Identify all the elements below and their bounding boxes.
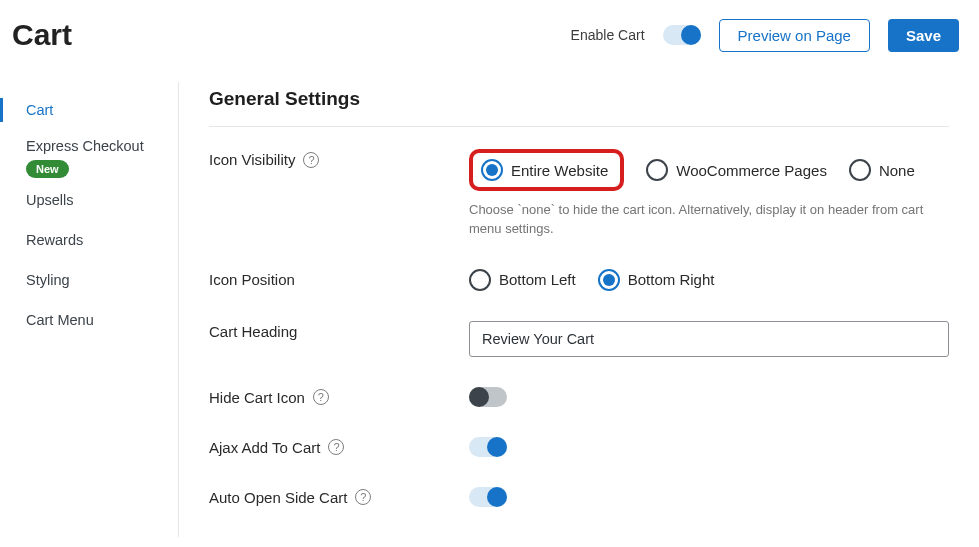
cart-heading-input[interactable] [469,321,949,357]
sidebar-item-styling[interactable]: Styling [0,260,178,300]
sidebar-item-label: Express Checkout [26,138,178,154]
toggle-knob [469,387,489,407]
page-title: Cart [12,18,72,52]
label-text: Hide Cart Icon [209,389,305,406]
field-label: Cart Heading [209,321,469,340]
sidebar-item-label: Upsells [26,192,74,208]
sidebar-item-express-checkout[interactable]: Express Checkout New [0,130,178,180]
sidebar-item-label: Styling [26,272,70,288]
sidebar-item-cart[interactable]: Cart [0,90,178,130]
radio-circle-icon [469,269,491,291]
icon-visibility-radio-group: Entire Website WooCommerce Pages None [469,149,949,191]
toggle-knob [487,437,507,457]
label-text: Auto Open Side Cart [209,489,347,506]
field-label: Hide Cart Icon ? [209,387,469,406]
field-cart-heading: Cart Heading [209,291,949,357]
sidebar-item-label: Rewards [26,232,83,248]
radio-entire-website[interactable]: Entire Website [481,159,608,181]
radio-label: Bottom Right [628,271,715,288]
label-text: Icon Visibility [209,151,295,168]
field-control [469,321,949,357]
field-label: Auto Open Side Cart ? [209,487,469,506]
radio-woocommerce-pages[interactable]: WooCommerce Pages [646,159,827,181]
hide-cart-icon-toggle[interactable] [469,387,507,407]
field-control [469,437,949,457]
field-control [469,387,949,407]
header-actions: Enable Cart Preview on Page Save [571,19,959,52]
ajax-add-toggle[interactable] [469,437,507,457]
toggle-knob [681,25,701,45]
radio-label: Bottom Left [499,271,576,288]
field-label: Ajax Add To Cart ? [209,437,469,456]
sidebar-item-label: Cart [26,102,53,118]
field-icon-visibility: Icon Visibility ? Entire Website WooComm… [209,127,949,239]
main-panel: General Settings Icon Visibility ? Entir… [179,82,979,537]
save-button[interactable]: Save [888,19,959,52]
label-text: Ajax Add To Cart [209,439,320,456]
field-hide-cart-icon: Hide Cart Icon ? [209,357,949,407]
page-header: Cart Enable Cart Preview on Page Save [0,0,979,70]
label-text: Icon Position [209,271,295,288]
radio-bottom-left[interactable]: Bottom Left [469,269,576,291]
radio-label: WooCommerce Pages [676,162,827,179]
field-control: Entire Website WooCommerce Pages None Ch… [469,149,949,239]
field-auto-open-side-cart: Auto Open Side Cart ? [209,457,949,507]
content-wrapper: Cart Express Checkout New Upsells Reward… [0,70,979,537]
sidebar-item-upsells[interactable]: Upsells [0,180,178,220]
sidebar-item-rewards[interactable]: Rewards [0,220,178,260]
field-label: Icon Position [209,269,469,288]
field-control [469,487,949,507]
help-icon[interactable]: ? [303,152,319,168]
sidebar: Cart Express Checkout New Upsells Reward… [0,82,179,537]
field-label: Icon Visibility ? [209,149,469,168]
label-text: Cart Heading [209,323,297,340]
field-icon-position: Icon Position Bottom Left Bottom Right [209,239,949,291]
section-title: General Settings [209,82,949,127]
field-control: Bottom Left Bottom Right [469,269,949,291]
radio-label: None [879,162,915,179]
new-badge: New [26,160,69,178]
radio-circle-icon [598,269,620,291]
radio-circle-icon [481,159,503,181]
radio-label: Entire Website [511,162,608,179]
radio-bottom-right[interactable]: Bottom Right [598,269,715,291]
auto-open-toggle[interactable] [469,487,507,507]
preview-button[interactable]: Preview on Page [719,19,870,52]
icon-position-radio-group: Bottom Left Bottom Right [469,269,949,291]
help-icon[interactable]: ? [355,489,371,505]
field-ajax-add-to-cart: Ajax Add To Cart ? [209,407,949,457]
help-icon[interactable]: ? [328,439,344,455]
helper-text: Choose `none` to hide the cart icon. Alt… [469,201,949,239]
sidebar-item-label: Cart Menu [26,312,94,328]
radio-none[interactable]: None [849,159,915,181]
highlight-box: Entire Website [469,149,624,191]
toggle-knob [487,487,507,507]
enable-cart-toggle[interactable] [663,25,701,45]
sidebar-item-cart-menu[interactable]: Cart Menu [0,300,178,340]
help-icon[interactable]: ? [313,389,329,405]
enable-cart-label: Enable Cart [571,27,645,43]
radio-circle-icon [646,159,668,181]
radio-circle-icon [849,159,871,181]
